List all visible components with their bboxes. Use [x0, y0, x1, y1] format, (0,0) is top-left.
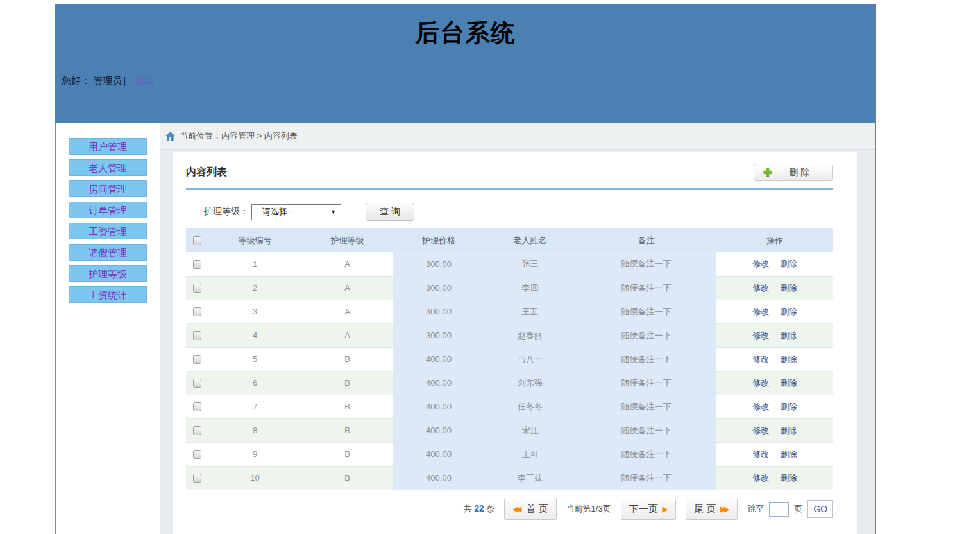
edit-link[interactable]: 修改: [752, 378, 769, 388]
table-row: 10 B 400.00 李三妹 随便备注一下 修改 删除: [186, 466, 833, 490]
delete-link[interactable]: 删除: [781, 402, 797, 411]
edit-link[interactable]: 修改: [752, 259, 769, 268]
delete-link[interactable]: 删除: [781, 283, 797, 293]
column-header-actions: 操作: [716, 228, 833, 252]
content-panel: 内容列表 ✚ 删 除 护理等级： --请选择-- ▼ 查 询: [173, 152, 858, 534]
row-checkbox[interactable]: [193, 379, 201, 388]
delete-link[interactable]: 删除: [781, 259, 797, 268]
cell-elder-name: 宋江: [484, 418, 576, 442]
cell-note: 随便备注一下: [576, 347, 716, 371]
top-banner: 后台系统 您好： 管理员| 退出: [55, 4, 875, 123]
jump-to-page: 跳至 页 GO: [747, 500, 833, 518]
row-checkbox[interactable]: [193, 331, 201, 340]
cell-level-id: 2: [208, 276, 301, 300]
cell-care-price: 400.00: [393, 371, 484, 395]
edit-link[interactable]: 修改: [752, 354, 769, 364]
delete-link[interactable]: 删除: [781, 307, 797, 316]
cell-note: 随便备注一下: [576, 300, 716, 323]
row-checkbox[interactable]: [193, 260, 201, 269]
jump-label: 跳至: [747, 503, 764, 515]
cell-elder-name: 王可: [484, 442, 576, 466]
cell-elder-name: 王五: [484, 300, 576, 323]
sidebar-menu-item[interactable]: 工资管理: [69, 223, 147, 239]
sidebar-menu-item[interactable]: 护理等级: [69, 265, 147, 282]
sidebar-menu-item[interactable]: 房间管理: [69, 180, 147, 197]
edit-link[interactable]: 修改: [752, 307, 769, 316]
cell-care-price: 300.00: [393, 252, 484, 276]
user-greeting: 您好： 管理员| 退出: [62, 75, 875, 87]
cell-note: 随便备注一下: [576, 252, 716, 276]
cell-care-level: B: [301, 442, 393, 466]
filter-label: 护理等级：: [204, 206, 249, 218]
table-body: 1 A 300.00 张三 随便备注一下 修改 删除 2 A 300.00 李四…: [186, 252, 833, 490]
row-checkbox[interactable]: [193, 474, 201, 483]
edit-link[interactable]: 修改: [752, 283, 769, 293]
care-level-select[interactable]: --请选择-- ▼: [251, 204, 341, 220]
greeting-separator: |: [123, 75, 126, 86]
right-arrow-icon: ▶: [663, 505, 668, 513]
cell-elder-name: 李四: [484, 276, 576, 300]
panel-title: 内容列表: [186, 166, 227, 179]
cell-level-id: 5: [208, 347, 301, 371]
bulk-delete-button[interactable]: ✚ 删 除: [754, 164, 833, 181]
cell-care-level: B: [301, 347, 393, 371]
first-page-button[interactable]: ◀◀ 首 页: [504, 499, 556, 520]
sidebar-menu-item[interactable]: 请假管理: [69, 244, 147, 261]
delete-link[interactable]: 删除: [781, 449, 797, 459]
edit-link[interactable]: 修改: [752, 449, 769, 459]
table-row: 3 A 300.00 王五 随便备注一下 修改 删除: [186, 300, 833, 323]
edit-link[interactable]: 修改: [752, 331, 769, 340]
delete-link[interactable]: 删除: [781, 331, 797, 340]
edit-link[interactable]: 修改: [752, 473, 769, 483]
delete-link[interactable]: 删除: [781, 426, 797, 435]
edit-link[interactable]: 修改: [752, 426, 769, 435]
column-header-price: 护理价格: [393, 228, 484, 252]
cell-level-id: 6: [208, 371, 301, 395]
row-checkbox[interactable]: [193, 402, 201, 411]
go-button[interactable]: GO: [807, 500, 833, 518]
sidebar-menu-item[interactable]: 老人管理: [69, 159, 147, 176]
username: 管理员: [93, 75, 122, 86]
next-page-button[interactable]: 下一页 ▶: [621, 499, 676, 520]
edit-link[interactable]: 修改: [752, 402, 769, 411]
bulk-delete-label: 删 除: [789, 167, 809, 178]
page-title: 后台系统: [55, 4, 875, 49]
table-header-row: 等级编号 护理等级 护理价格 老人姓名 备注 操作: [186, 228, 833, 252]
last-page-button[interactable]: 尾 页 ▶▶: [686, 499, 738, 520]
cell-note: 随便备注一下: [576, 442, 716, 466]
cell-note: 随便备注一下: [576, 371, 716, 395]
cell-care-level: A: [301, 300, 393, 323]
cell-note: 随便备注一下: [576, 276, 716, 300]
greeting-prefix: 您好：: [62, 75, 90, 86]
cell-care-level: B: [301, 466, 393, 490]
cell-care-price: 400.00: [393, 466, 484, 490]
cell-care-level: B: [301, 371, 393, 395]
cell-care-price: 400.00: [393, 395, 484, 418]
delete-link[interactable]: 删除: [781, 473, 797, 483]
cell-note: 随便备注一下: [576, 418, 716, 442]
cell-elder-name: 刘东强: [484, 371, 576, 395]
row-checkbox[interactable]: [193, 450, 201, 459]
search-button[interactable]: 查 询: [366, 203, 414, 221]
main-area: 当前位置：内容管理 > 内容列表 内容列表 ✚ 删 除 护理等级：: [160, 123, 875, 534]
cell-care-price: 300.00: [393, 300, 484, 323]
current-page-info: 当前第1/3页: [566, 503, 611, 515]
sidebar-menu-item[interactable]: 工资统计: [69, 286, 147, 303]
row-checkbox[interactable]: [193, 307, 201, 316]
sidebar-menu-item[interactable]: 用户管理: [69, 138, 147, 155]
cell-care-level: B: [301, 395, 393, 418]
cell-elder-name: 马八一: [484, 347, 576, 371]
sidebar-menu-item[interactable]: 订单管理: [69, 202, 147, 218]
logout-link[interactable]: 退出: [135, 75, 154, 86]
cell-care-price: 300.00: [393, 276, 484, 300]
select-value: --请选择--: [257, 206, 292, 218]
cell-care-price: 300.00: [393, 323, 484, 347]
jump-page-input[interactable]: [769, 502, 789, 517]
table-row: 5 B 400.00 马八一 随便备注一下 修改 删除: [186, 347, 833, 371]
select-all-checkbox[interactable]: [193, 236, 201, 245]
delete-link[interactable]: 删除: [781, 354, 797, 364]
row-checkbox[interactable]: [193, 284, 201, 293]
row-checkbox[interactable]: [193, 426, 201, 435]
delete-link[interactable]: 删除: [781, 378, 797, 388]
row-checkbox[interactable]: [193, 355, 201, 364]
